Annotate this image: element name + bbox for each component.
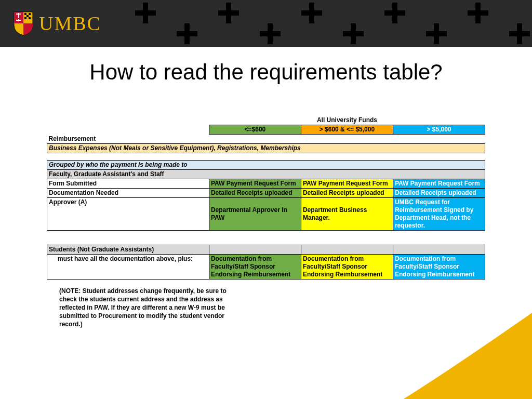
- footnote: (NOTE: Student addresses change frequent…: [59, 287, 236, 329]
- band-students: Students (Not Graduate Assistants): [47, 245, 209, 254]
- shield-icon: [13, 11, 34, 36]
- tier-b-header: > $600 & <= $5,000: [301, 125, 393, 135]
- row-doc-b: Detailed Receipts uploaded: [301, 188, 393, 197]
- slide-title: How to read the requirements table?: [0, 60, 532, 85]
- row-doc-label: Documentation Needed: [47, 188, 209, 197]
- row-students-c: Documentation from Faculty/Staff Sponsor…: [393, 254, 485, 279]
- row-students-b: Documentation from Faculty/Staff Sponsor…: [301, 254, 393, 279]
- tier-a-header: <=$600: [209, 125, 301, 135]
- row-doc-c: Detailed Receipts uploaded: [393, 188, 485, 197]
- row-form-c: PAW Payment Request Form: [393, 179, 485, 188]
- requirements-table: All University Funds <=$600 > $600 & <= …: [47, 116, 485, 280]
- table-area: All University Funds <=$600 > $600 & <= …: [0, 85, 532, 328]
- slide-header: UMBC: [0, 0, 532, 47]
- row-approver-label: Approver (A): [47, 197, 209, 230]
- svg-rect-4: [29, 17, 31, 19]
- row-form-a: PAW Payment Request Form: [209, 179, 301, 188]
- tier-c-header: > $5,000: [393, 125, 485, 135]
- section-reimbursement: Reimbursement: [47, 135, 209, 144]
- row-approver-b: Department Business Manager.: [301, 197, 393, 230]
- band-business-expenses: Business Expenses (Not Meals or Sensitiv…: [47, 143, 485, 153]
- row-form-label: Form Submitted: [47, 179, 209, 188]
- header-all-funds: All University Funds: [209, 116, 485, 125]
- row-form-b: PAW Payment Request Form: [301, 179, 393, 188]
- band-grouped-by: Grouped by who the payment is being made…: [47, 160, 485, 169]
- svg-rect-3: [24, 17, 26, 19]
- row-students-label: must have all the documentation above, p…: [47, 254, 209, 279]
- row-doc-a: Detailed Receipts uploaded: [209, 188, 301, 197]
- band-faculty: Faculty, Graduate Assistant's and Staff: [47, 169, 485, 179]
- logo: UMBC: [0, 0, 532, 47]
- logo-text: UMBC: [39, 12, 101, 35]
- row-approver-a: Departmental Approver In PAW: [209, 197, 301, 230]
- svg-rect-1: [29, 13, 31, 15]
- row-students-a: Documentation from Faculty/Staff Sponsor…: [209, 254, 301, 279]
- row-approver-c: UMBC Request for Reimbursement Signed by…: [393, 197, 485, 230]
- svg-rect-2: [26, 15, 29, 17]
- svg-rect-0: [24, 13, 26, 15]
